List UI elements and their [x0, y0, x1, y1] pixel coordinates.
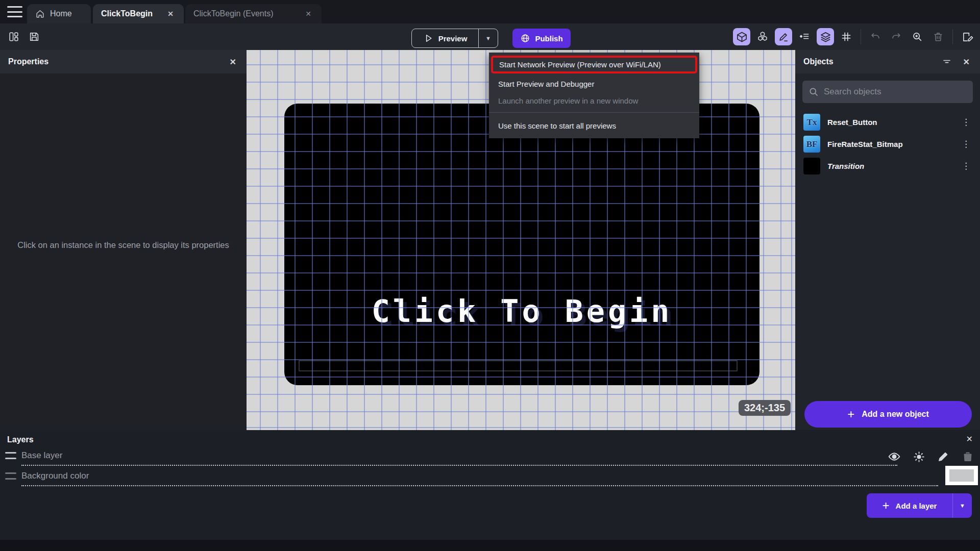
layer-name[interactable]: Background color [21, 471, 89, 481]
edit-scene-properties-button[interactable] [959, 28, 976, 45]
drag-handle-icon[interactable] [5, 472, 16, 480]
properties-panel-header: Properties ✕ [0, 50, 247, 73]
zoom-in-button[interactable] [909, 28, 926, 45]
object-name: FireRateStat_Bitmap [827, 140, 903, 148]
gdevelop-editor-window: Home ClickToBegin ✕ ClickToBegin (Events… [0, 0, 980, 551]
toolbar-left-group [5, 28, 43, 45]
cube-icon [736, 31, 748, 43]
layers-title: Layers [7, 435, 34, 444]
add-layer-options-toggle[interactable]: ▼ [952, 493, 972, 518]
project-manager-icon [8, 31, 19, 42]
layers-panel: Layers ✕ Base layer [0, 430, 980, 551]
layer-row-background-color[interactable]: Background color [0, 467, 980, 487]
objects-panel: Objects ✕ Tx Reset_Button ⋮ BF FireRateS… [795, 50, 980, 430]
drag-handle-icon[interactable] [5, 452, 16, 459]
properties-title: Properties [8, 57, 48, 66]
layers-icon [820, 31, 831, 43]
layer-delete-button[interactable] [960, 448, 976, 465]
chevron-down-icon: ▼ [485, 35, 491, 41]
search-input[interactable] [824, 87, 967, 97]
object-row-reset-button[interactable]: Tx Reset_Button ⋮ [795, 111, 980, 133]
toggle-layers-panel-button[interactable] [817, 28, 834, 45]
object-menu-icon[interactable]: ⋮ [959, 116, 974, 129]
globe-icon [520, 33, 530, 43]
publish-label: Publish [535, 34, 562, 43]
objects-panel-header: Objects ✕ [795, 50, 980, 73]
preview-options-toggle[interactable]: ▼ [478, 29, 498, 47]
toolbar-divider [952, 29, 953, 44]
background-color-swatch[interactable] [945, 466, 978, 485]
add-object-label: Add a new object [862, 410, 929, 419]
tab-close-icon[interactable]: ✕ [165, 9, 176, 19]
undo-icon [870, 31, 881, 42]
add-new-object-button[interactable]: + Add a new object [804, 401, 972, 428]
menu-divider [489, 112, 699, 113]
scene-background-rect[interactable]: Click To Begin [284, 104, 760, 385]
bottom-strip [0, 540, 980, 551]
object-row-fireratestat-bitmap[interactable]: BF FireRateStat_Bitmap ⋮ [795, 133, 980, 155]
close-icon[interactable]: ✕ [966, 434, 973, 444]
properties-empty-message: Click on an instance in the scene to dis… [15, 239, 231, 252]
zoom-in-icon [912, 31, 923, 42]
object-row-transition[interactable]: Transition ⋮ [795, 155, 980, 177]
add-layer-button[interactable]: + Add a layer [867, 493, 952, 518]
tab-events-clicktobegin[interactable]: ClickToBegin (Events) ✕ [185, 4, 322, 23]
preview-options-menu: Start Network Preview (Preview over WiFi… [489, 53, 699, 138]
close-icon[interactable]: ✕ [228, 56, 238, 68]
menu-item-start-preview-debugger[interactable]: Start Preview and Debugger [489, 76, 699, 92]
grid-icon [841, 31, 852, 42]
tab-home[interactable]: Home [27, 4, 91, 23]
redo-icon [891, 31, 902, 42]
trash-icon [962, 450, 974, 463]
layer-visibility-button[interactable] [886, 448, 902, 465]
filter-icon[interactable] [942, 57, 952, 67]
plus-icon: + [883, 499, 890, 512]
text-object-icon: Tx [803, 114, 820, 131]
undo-button[interactable] [867, 28, 884, 45]
tab-label: ClickToBegin [101, 9, 153, 18]
toggle-instances-panel-button[interactable] [754, 28, 771, 45]
layer-edit-button[interactable] [935, 448, 951, 465]
color-swatch-value [949, 469, 974, 482]
save-button[interactable] [26, 28, 43, 45]
objects-title: Objects [803, 57, 834, 66]
plus-icon: + [847, 408, 854, 420]
preview-button[interactable]: Preview [412, 29, 478, 47]
preview-label: Preview [438, 34, 468, 43]
menu-item-use-scene-start-previews[interactable]: Use this scene to start all previews [489, 116, 699, 135]
instance-outline[interactable] [299, 360, 738, 371]
toggle-properties-panel-button[interactable] [775, 28, 792, 45]
close-icon[interactable]: ✕ [961, 56, 972, 68]
menu-item-start-network-preview[interactable]: Start Network Preview (Preview over WiFi… [491, 56, 697, 73]
layer-name-underline [21, 465, 897, 466]
layer-row-base-layer[interactable]: Base layer [0, 446, 980, 467]
properties-panel: Properties ✕ Click on an instance in the… [0, 50, 247, 430]
instances-list-button[interactable] [796, 28, 813, 45]
toggle-grid-button[interactable] [838, 28, 855, 45]
scene-canvas[interactable]: Click To Begin 324;-135 Start Network Pr… [247, 50, 795, 430]
project-manager-button[interactable] [5, 28, 22, 45]
toggle-objects-panel-button[interactable] [733, 28, 750, 45]
object-search-box[interactable] [802, 81, 973, 103]
chevron-down-icon: ▼ [960, 503, 965, 509]
menu-item-launch-another-preview: Launch another preview in a new window [489, 92, 699, 109]
redo-button[interactable] [888, 28, 905, 45]
publish-button[interactable]: Publish [512, 29, 571, 48]
scene-title-text[interactable]: Click To Begin [284, 293, 760, 329]
layer-name[interactable]: Base layer [21, 450, 62, 461]
effects-icon [913, 450, 925, 463]
tab-scene-clicktobegin[interactable]: ClickToBegin ✕ [93, 4, 184, 23]
tab-close-icon[interactable]: ✕ [303, 9, 313, 19]
sprite-object-icon [803, 158, 820, 174]
tab-label: ClickToBegin (Events) [193, 9, 274, 18]
object-menu-icon[interactable]: ⋮ [959, 138, 974, 151]
eye-icon [888, 450, 901, 463]
object-menu-icon[interactable]: ⋮ [959, 160, 974, 172]
object-name: Reset_Button [827, 118, 877, 127]
stacked-cubes-icon [756, 31, 769, 43]
delete-button[interactable] [929, 28, 947, 45]
layer-name-underline [21, 485, 938, 486]
pencil-icon [778, 31, 789, 42]
layer-effects-button[interactable] [911, 448, 927, 465]
main-menu-icon[interactable] [7, 6, 22, 17]
